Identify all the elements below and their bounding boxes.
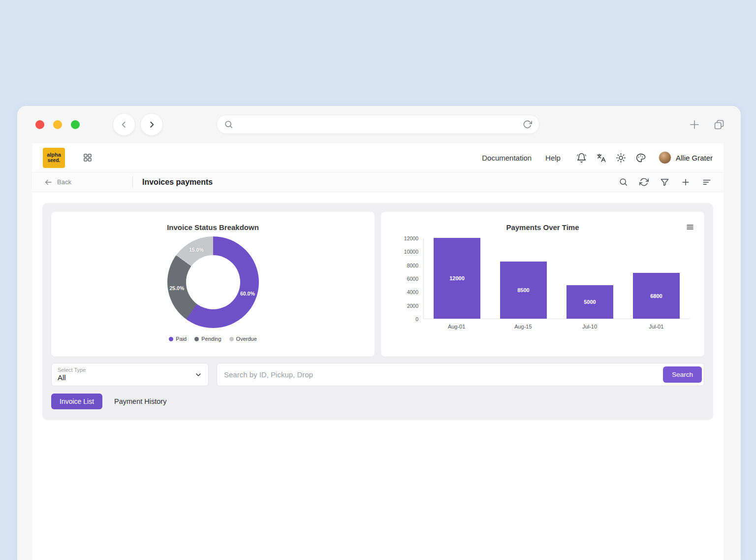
chevron-down-icon bbox=[194, 371, 202, 379]
bar-value-label: 12000 bbox=[449, 275, 465, 281]
apps-grid-icon[interactable] bbox=[83, 153, 93, 163]
tab-invoice-list[interactable]: Invoice List bbox=[51, 394, 102, 409]
y-tick-label: 6000 bbox=[407, 276, 418, 282]
bar: 5000 bbox=[567, 285, 613, 319]
tab-overview-button[interactable] bbox=[713, 119, 725, 131]
search-icon bbox=[224, 120, 233, 129]
tabs-row: Invoice List Payment History bbox=[51, 394, 704, 409]
refresh-icon[interactable] bbox=[639, 177, 649, 187]
bar: 12000 bbox=[434, 238, 480, 319]
bar-plot: 12000850050006800 bbox=[423, 238, 690, 319]
page-title: Invoices payments bbox=[142, 178, 213, 187]
browser-chrome bbox=[17, 106, 741, 143]
legend-dot bbox=[169, 337, 173, 341]
header-icon-group bbox=[576, 153, 646, 163]
user-name: Allie Grater bbox=[676, 154, 713, 162]
chrome-right-controls bbox=[689, 119, 725, 131]
browser-forward-button[interactable] bbox=[141, 114, 162, 135]
header-right: Documentation Help bbox=[482, 151, 713, 164]
y-tick-label: 8000 bbox=[407, 263, 418, 268]
type-select-value: All bbox=[58, 373, 66, 382]
legend-item: Paid bbox=[169, 336, 187, 342]
bar-value-label: 6800 bbox=[650, 293, 662, 299]
y-tick-label: 10000 bbox=[404, 249, 418, 255]
legend-dot bbox=[194, 337, 199, 341]
y-tick-label: 12000 bbox=[404, 235, 418, 241]
chevron-right-icon bbox=[147, 120, 157, 130]
bar-chart: 020004000600080001000012000 120008500500… bbox=[396, 238, 690, 329]
invoice-status-card: Invoice Status Breakdown 60.0%25.0%15.0%… bbox=[51, 212, 375, 357]
plus-icon bbox=[689, 119, 700, 131]
address-input[interactable] bbox=[238, 121, 518, 129]
help-link[interactable]: Help bbox=[545, 154, 561, 162]
minimize-window-button[interactable] bbox=[53, 120, 62, 129]
x-tick-label: Jul-10 bbox=[557, 324, 623, 329]
donut-chart-title: Invoice Status Breakdown bbox=[51, 212, 375, 231]
legend-label: Pending bbox=[201, 336, 221, 342]
bar-slot: 5000 bbox=[557, 238, 623, 319]
menu-list-icon[interactable] bbox=[702, 177, 712, 187]
bar-slot: 8500 bbox=[490, 238, 557, 319]
donut-slice-label: 60.0% bbox=[240, 291, 255, 296]
maximize-window-button[interactable] bbox=[71, 120, 80, 129]
payments-over-time-card: Payments Over Time 020004000600080001000… bbox=[381, 212, 704, 357]
legend-label: Paid bbox=[176, 336, 187, 342]
x-tick-label: Jul-01 bbox=[623, 324, 690, 329]
toolbar-icon-group bbox=[619, 177, 712, 187]
notifications-bell-icon[interactable] bbox=[576, 153, 587, 163]
main-panel: Invoice Status Breakdown 60.0%25.0%15.0%… bbox=[42, 203, 713, 420]
chevron-left-icon bbox=[119, 120, 129, 130]
app-content: alpha seed. Documentation Help bbox=[32, 143, 724, 560]
arrow-left-icon bbox=[44, 178, 53, 187]
reload-icon[interactable] bbox=[523, 120, 532, 129]
x-tick-label: Aug-01 bbox=[423, 324, 490, 329]
bar-value-label: 5000 bbox=[584, 299, 596, 305]
search-button[interactable]: Search bbox=[663, 366, 702, 383]
new-tab-button[interactable] bbox=[689, 119, 700, 131]
browser-back-button[interactable] bbox=[113, 114, 135, 135]
type-select[interactable]: Select Type All bbox=[51, 363, 209, 386]
toolbar-search-icon[interactable] bbox=[619, 177, 628, 187]
tab-payment-history[interactable]: Payment History bbox=[109, 394, 171, 409]
user-menu[interactable]: Allie Grater bbox=[659, 151, 713, 164]
filters-row: Select Type All Search bbox=[51, 363, 704, 386]
back-button[interactable]: Back bbox=[44, 178, 132, 187]
search-input[interactable] bbox=[217, 370, 663, 379]
charts-row: Invoice Status Breakdown 60.0%25.0%15.0%… bbox=[51, 212, 704, 357]
window-controls bbox=[35, 120, 80, 129]
tabs-icon bbox=[713, 119, 725, 131]
add-icon[interactable] bbox=[681, 177, 691, 187]
brand-logo[interactable]: alpha seed. bbox=[43, 148, 65, 168]
donut-slice-label: 15.0% bbox=[189, 247, 204, 253]
y-tick-label: 0 bbox=[415, 316, 418, 322]
legend-item: Overdue bbox=[229, 336, 257, 342]
y-tick-label: 2000 bbox=[407, 303, 418, 309]
address-bar[interactable] bbox=[217, 115, 539, 134]
toolbar-divider bbox=[132, 177, 133, 188]
legend-dot bbox=[229, 337, 234, 341]
type-select-label: Select Type bbox=[58, 367, 86, 373]
filter-icon[interactable] bbox=[660, 177, 669, 187]
chart-menu-icon[interactable] bbox=[686, 223, 694, 231]
back-label: Back bbox=[57, 178, 71, 186]
donut-legend: PaidPendingOverdue bbox=[51, 336, 375, 342]
legend-label: Overdue bbox=[236, 336, 257, 342]
x-tick-label: Aug-15 bbox=[490, 324, 556, 329]
bar: 8500 bbox=[500, 262, 547, 319]
y-tick-label: 4000 bbox=[407, 289, 418, 295]
legend-item: Pending bbox=[194, 336, 221, 342]
bar-slot: 12000 bbox=[424, 238, 490, 319]
bar-y-axis: 020004000600080001000012000 bbox=[396, 238, 423, 319]
bar-chart-title: Payments Over Time bbox=[381, 212, 704, 231]
donut-slice-label: 25.0% bbox=[170, 285, 185, 291]
search-box: Search bbox=[217, 363, 704, 386]
brightness-icon[interactable] bbox=[616, 153, 626, 163]
donut-chart: 60.0%25.0%15.0% bbox=[167, 236, 259, 328]
translate-icon[interactable] bbox=[596, 153, 606, 163]
bar-x-axis: Aug-01Aug-15Jul-10Jul-01 bbox=[423, 324, 690, 329]
browser-window: alpha seed. Documentation Help bbox=[17, 106, 741, 560]
close-window-button[interactable] bbox=[35, 120, 44, 129]
documentation-link[interactable]: Documentation bbox=[482, 154, 532, 162]
theme-palette-icon[interactable] bbox=[635, 153, 646, 163]
donut-hole bbox=[186, 255, 240, 309]
